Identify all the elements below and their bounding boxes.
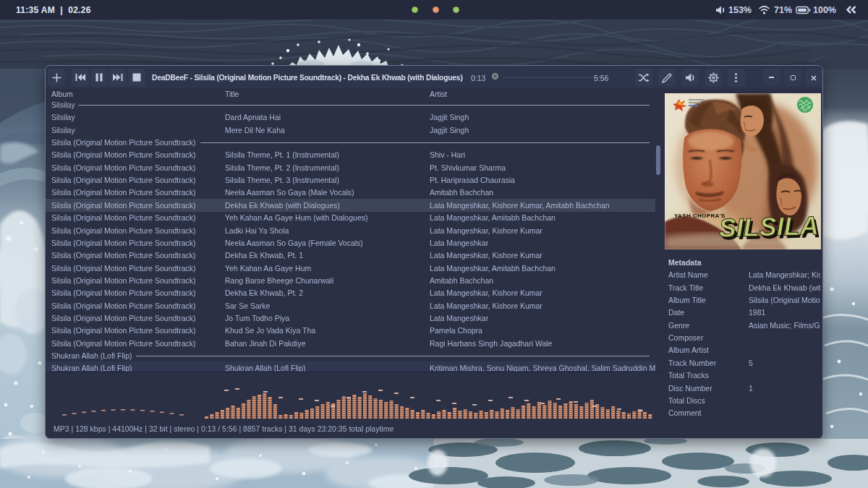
svg-text:SILSILA: SILSILA	[718, 210, 819, 243]
